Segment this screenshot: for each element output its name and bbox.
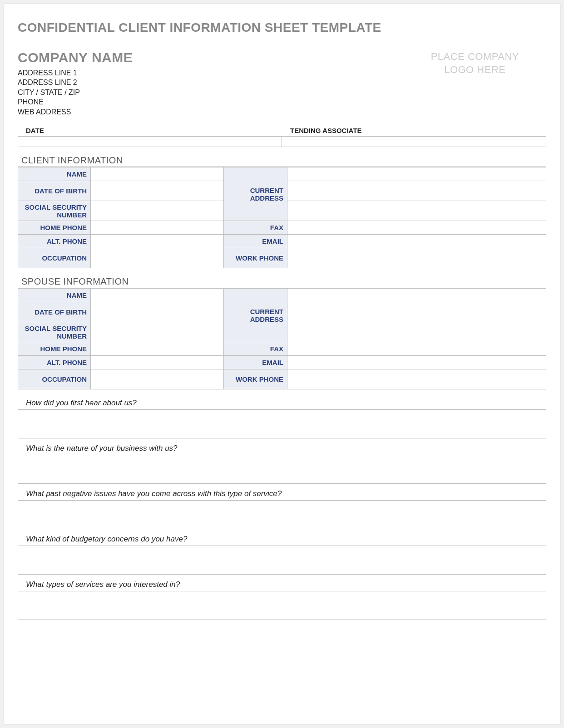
associate-input[interactable]	[282, 136, 546, 147]
answer-4-input[interactable]	[18, 546, 546, 575]
logo-placeholder: PLACE COMPANY LOGO HERE	[431, 49, 546, 76]
spouse-homephone-label: HOME PHONE	[18, 342, 91, 356]
spouse-workphone-label: WORK PHONE	[224, 369, 287, 389]
spouse-homephone-input[interactable]	[91, 342, 224, 356]
question-5: What types of services are you intereste…	[18, 579, 546, 591]
spouse-occupation-label: OCCUPATION	[18, 369, 91, 389]
spouse-address-label: CURRENT ADDRESS	[224, 289, 287, 342]
client-homephone-label: HOME PHONE	[18, 221, 91, 235]
spouse-ssn-label: SOCIAL SECURITY NUMBER	[18, 322, 91, 342]
client-workphone-label: WORK PHONE	[224, 248, 287, 268]
client-email-label: EMAIL	[224, 235, 287, 248]
client-address-input-1[interactable]	[287, 167, 546, 181]
client-name-input[interactable]	[91, 167, 224, 181]
client-occupation-label: OCCUPATION	[18, 248, 91, 268]
client-homephone-input[interactable]	[91, 221, 224, 235]
spouse-altphone-label: ALT. PHONE	[18, 356, 91, 369]
question-2: What is the nature of your business with…	[18, 443, 546, 455]
spouse-dob-input[interactable]	[91, 302, 224, 322]
spouse-dob-label: DATE OF BIRTH	[18, 302, 91, 322]
spouse-address-input-2[interactable]	[287, 302, 546, 322]
spouse-email-label: EMAIL	[224, 356, 287, 369]
client-address-label: CURRENT ADDRESS	[224, 167, 287, 221]
question-1: How did you first hear about us?	[18, 398, 546, 409]
document-page: CONFIDENTIAL CLIENT INFORMATION SHEET TE…	[4, 4, 560, 724]
spouse-address-input-3[interactable]	[287, 322, 546, 342]
questions-block: How did you first hear about us? What is…	[18, 398, 546, 620]
phone-line: PHONE	[18, 97, 133, 107]
spouse-address-input-1[interactable]	[287, 289, 546, 302]
client-altphone-input[interactable]	[91, 235, 224, 248]
logo-line-1: PLACE COMPANY	[431, 50, 519, 64]
client-ssn-input[interactable]	[91, 201, 224, 221]
spouse-name-label: NAME	[18, 289, 91, 302]
client-email-input[interactable]	[287, 235, 546, 248]
question-3: What past negative issues have you come …	[18, 488, 546, 500]
client-dob-input[interactable]	[91, 181, 224, 201]
header-row: COMPANY NAME ADDRESS LINE 1 ADDRESS LINE…	[18, 49, 546, 117]
company-block: COMPANY NAME ADDRESS LINE 1 ADDRESS LINE…	[18, 49, 133, 117]
client-name-label: NAME	[18, 167, 91, 181]
company-name: COMPANY NAME	[18, 49, 133, 67]
spouse-workphone-input[interactable]	[287, 369, 546, 389]
city-state-zip: CITY / STATE / ZIP	[18, 88, 133, 98]
date-input[interactable]	[18, 136, 282, 147]
spouse-fax-label: FAX	[224, 342, 287, 356]
address-line-2: ADDRESS LINE 2	[18, 78, 133, 88]
spouse-info-table: NAME CURRENT ADDRESS DATE OF BIRTH SOCIA…	[18, 288, 546, 389]
question-4: What kind of budgetary concerns do you h…	[18, 534, 546, 546]
spouse-name-input[interactable]	[91, 289, 224, 302]
client-workphone-input[interactable]	[287, 248, 546, 268]
client-ssn-label: SOCIAL SECURITY NUMBER	[18, 201, 91, 221]
client-altphone-label: ALT. PHONE	[18, 235, 91, 248]
answer-2-input[interactable]	[18, 455, 546, 484]
spouse-email-input[interactable]	[287, 356, 546, 369]
client-occupation-input[interactable]	[91, 248, 224, 268]
date-label: DATE	[18, 125, 282, 136]
answer-5-input[interactable]	[18, 591, 546, 620]
spouse-fax-input[interactable]	[287, 342, 546, 356]
client-fax-label: FAX	[224, 221, 287, 235]
answer-1-input[interactable]	[18, 409, 546, 438]
address-line-1: ADDRESS LINE 1	[18, 68, 133, 78]
client-address-input-2[interactable]	[287, 181, 546, 201]
answer-3-input[interactable]	[18, 500, 546, 529]
spouse-ssn-input[interactable]	[91, 322, 224, 342]
client-info-table: NAME CURRENT ADDRESS DATE OF BIRTH SOCIA…	[18, 167, 546, 268]
client-fax-input[interactable]	[287, 221, 546, 235]
spouse-occupation-input[interactable]	[91, 369, 224, 389]
date-associate-row: DATE TENDING ASSOCIATE	[18, 125, 546, 147]
client-address-input-3[interactable]	[287, 201, 546, 221]
spouse-altphone-input[interactable]	[91, 356, 224, 369]
associate-label: TENDING ASSOCIATE	[282, 125, 546, 136]
client-dob-label: DATE OF BIRTH	[18, 181, 91, 201]
spouse-section-title: SPOUSE INFORMATION	[18, 272, 546, 288]
document-title: CONFIDENTIAL CLIENT INFORMATION SHEET TE…	[18, 20, 546, 35]
client-section-title: CLIENT INFORMATION	[18, 151, 546, 167]
logo-line-2: LOGO HERE	[431, 64, 519, 77]
web-line: WEB ADDRESS	[18, 107, 133, 117]
